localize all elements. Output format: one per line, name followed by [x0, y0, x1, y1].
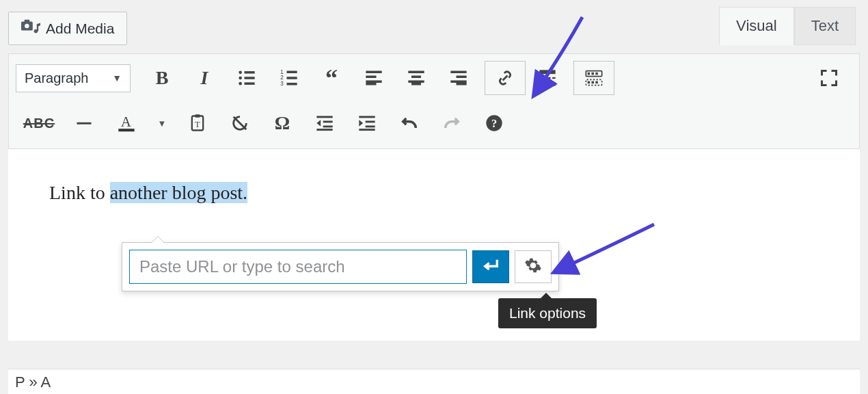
- special-character-button[interactable]: Ω: [262, 106, 303, 140]
- insert-link-button[interactable]: [485, 61, 526, 95]
- svg-point-9: [239, 82, 242, 86]
- svg-rect-10: [245, 82, 255, 85]
- svg-rect-51: [316, 129, 332, 131]
- content-text: Link to another blog post.: [49, 182, 247, 203]
- text-color-dropdown[interactable]: ▼: [148, 106, 176, 140]
- svg-rect-41: [595, 81, 598, 84]
- svg-rect-39: [588, 81, 591, 84]
- editor-toolbar: Paragraph ▼ B I 123 “: [8, 53, 860, 149]
- svg-text:A: A: [121, 114, 132, 130]
- bullet-list-button[interactable]: [226, 61, 267, 95]
- svg-rect-36: [592, 73, 595, 75]
- numbered-list-button[interactable]: 123: [269, 61, 310, 95]
- help-button[interactable]: ?: [474, 106, 515, 140]
- svg-rect-52: [359, 116, 375, 118]
- svg-rect-20: [366, 83, 376, 86]
- svg-text:3: 3: [280, 81, 284, 87]
- chevron-down-icon: ▼: [112, 73, 122, 83]
- svg-point-2: [25, 24, 29, 29]
- redo-button[interactable]: [431, 106, 472, 140]
- svg-rect-46: [195, 114, 200, 118]
- svg-rect-31: [546, 77, 551, 79]
- tab-visual[interactable]: Visual: [719, 7, 794, 45]
- svg-rect-30: [539, 77, 544, 79]
- svg-rect-17: [366, 71, 381, 74]
- link-options-tooltip: Link options: [498, 298, 597, 328]
- blockquote-button[interactable]: “: [311, 61, 352, 95]
- fullscreen-button[interactable]: [809, 61, 850, 95]
- svg-rect-40: [592, 81, 595, 84]
- svg-rect-24: [411, 83, 421, 86]
- svg-rect-37: [595, 73, 598, 75]
- apply-link-button[interactable]: [472, 250, 509, 283]
- svg-rect-1: [25, 20, 29, 23]
- enter-arrow-icon: [481, 257, 500, 276]
- gear-icon: [524, 257, 542, 277]
- bold-button[interactable]: B: [141, 61, 182, 95]
- svg-rect-22: [411, 76, 421, 79]
- toolbar-toggle-button[interactable]: [573, 61, 614, 95]
- svg-text:?: ?: [491, 117, 497, 130]
- add-media-button[interactable]: Add Media: [8, 12, 127, 45]
- svg-rect-49: [323, 121, 333, 123]
- svg-point-7: [239, 77, 242, 80]
- read-more-button[interactable]: [527, 61, 568, 95]
- link-url-input[interactable]: [129, 250, 467, 284]
- camera-music-icon: [21, 18, 40, 38]
- horizontal-rule-button[interactable]: [64, 106, 105, 140]
- align-right-button[interactable]: [438, 61, 479, 95]
- svg-rect-8: [245, 77, 255, 79]
- svg-rect-44: [118, 129, 134, 131]
- format-select-label: Paragraph: [25, 70, 88, 86]
- svg-rect-29: [539, 70, 555, 74]
- svg-rect-18: [366, 76, 376, 79]
- paste-as-text-button[interactable]: T: [177, 106, 218, 140]
- svg-rect-35: [588, 73, 591, 75]
- undo-button[interactable]: [389, 106, 430, 140]
- text-color-button[interactable]: A: [106, 106, 147, 140]
- outdent-button[interactable]: [304, 106, 345, 140]
- svg-rect-33: [539, 82, 555, 86]
- svg-rect-16: [287, 83, 297, 86]
- svg-rect-19: [366, 81, 381, 83]
- svg-rect-32: [552, 77, 556, 79]
- editor-mode-tabs: Visual Text: [719, 7, 856, 45]
- svg-rect-14: [287, 77, 297, 79]
- selected-link-text: another blog post.: [110, 182, 247, 203]
- svg-rect-25: [450, 71, 466, 74]
- element-path-status[interactable]: P » A: [8, 369, 860, 394]
- svg-rect-53: [366, 121, 375, 123]
- svg-rect-54: [366, 126, 375, 128]
- block-format-select[interactable]: Paragraph ▼: [16, 64, 131, 92]
- align-left-button[interactable]: [353, 61, 394, 95]
- align-center-button[interactable]: [396, 61, 437, 95]
- strikethrough-button[interactable]: ABC: [16, 106, 62, 140]
- svg-rect-21: [408, 71, 424, 74]
- indent-button[interactable]: [347, 106, 388, 140]
- tab-text[interactable]: Text: [794, 7, 856, 45]
- svg-rect-50: [323, 126, 333, 128]
- link-options-button[interactable]: [515, 250, 552, 283]
- svg-rect-26: [457, 76, 467, 79]
- svg-rect-42: [77, 122, 92, 124]
- svg-rect-48: [316, 116, 332, 118]
- svg-rect-23: [408, 81, 424, 83]
- clear-formatting-button[interactable]: [219, 106, 260, 140]
- add-media-label: Add Media: [46, 21, 114, 37]
- inline-link-popup: [122, 242, 559, 291]
- svg-rect-6: [245, 71, 255, 74]
- svg-rect-12: [287, 71, 297, 74]
- italic-button[interactable]: I: [184, 61, 225, 95]
- svg-point-5: [239, 71, 242, 75]
- svg-rect-55: [359, 129, 375, 131]
- svg-rect-27: [450, 81, 466, 83]
- svg-rect-28: [457, 83, 467, 86]
- svg-text:T: T: [195, 120, 200, 129]
